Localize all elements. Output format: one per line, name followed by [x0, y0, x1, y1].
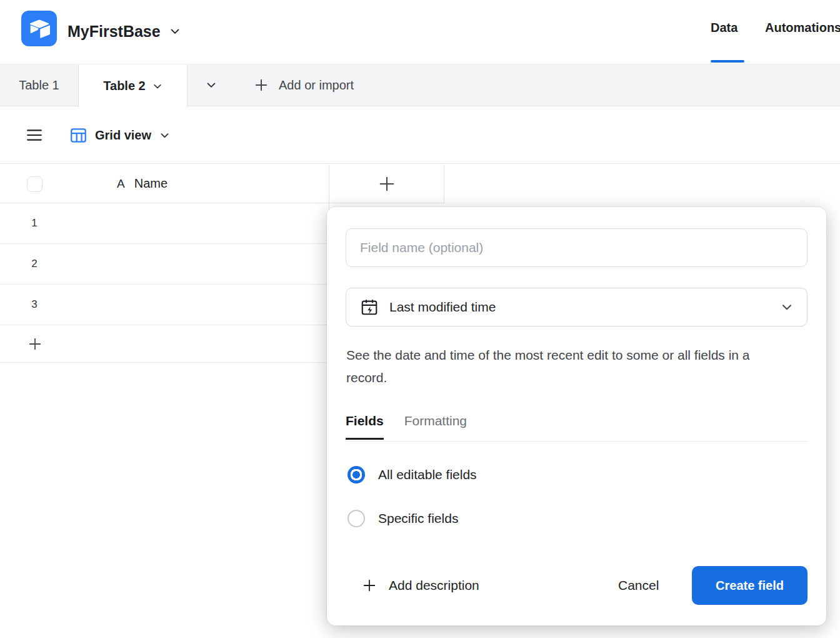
base-name-button[interactable]: MyFirstBase	[68, 19, 181, 44]
plus-icon	[28, 337, 42, 352]
grid-view-icon	[70, 127, 87, 144]
row-number: 1	[26, 217, 42, 230]
name-column-header-content: A Name	[117, 165, 168, 203]
add-or-import-button[interactable]: Add or import	[254, 64, 354, 106]
table-tab-1[interactable]: Table 1	[0, 64, 78, 106]
view-toolbar: Grid view	[0, 106, 840, 164]
cancel-button[interactable]: Cancel	[618, 575, 659, 596]
add-row-button[interactable]	[0, 325, 329, 363]
field-type-value: Last modified time	[389, 300, 496, 315]
add-field-button[interactable]	[329, 165, 444, 203]
base-name: MyFirstBase	[68, 23, 161, 41]
nav-tab-data[interactable]: Data	[711, 21, 738, 35]
grid-rows: 1 2 3	[0, 203, 329, 363]
chevron-down-icon	[159, 130, 170, 141]
option-label: All editable fields	[378, 467, 477, 482]
table-row-1[interactable]: 1	[0, 203, 329, 244]
tabs-divider	[346, 441, 808, 442]
field-type-description: See the date and time of the most recent…	[346, 344, 765, 389]
modal-tabs: Fields Formatting	[346, 413, 467, 440]
create-field-modal: Last modified time See the date and time…	[327, 207, 826, 625]
table-row-3[interactable]: 3	[0, 285, 329, 325]
plus-icon	[254, 78, 269, 93]
table-tabbar: Table 1 Table 2 Add or import	[0, 64, 840, 106]
single-line-text-icon: A	[117, 177, 125, 191]
add-or-import-label: Add or import	[279, 78, 354, 93]
table-tab-2-label: Table 2	[103, 79, 145, 93]
radio-unselected-icon[interactable]	[348, 510, 365, 527]
field-name-input[interactable]	[346, 228, 808, 267]
row-number: 2	[26, 258, 42, 270]
nav-tab-automations[interactable]: Automations	[765, 21, 840, 35]
column-header-name[interactable]: A Name	[0, 165, 329, 203]
chevron-down-icon	[169, 26, 181, 37]
chevron-down-icon	[781, 301, 793, 313]
chevron-down-icon	[152, 81, 162, 91]
last-modified-time-icon	[360, 298, 379, 316]
create-field-button[interactable]: Create field	[692, 566, 808, 605]
field-type-select[interactable]: Last modified time	[346, 288, 808, 327]
table-row-2[interactable]: 2	[0, 244, 329, 285]
select-all-checkbox[interactable]	[27, 176, 42, 192]
tab-formatting[interactable]: Formatting	[404, 413, 467, 440]
airtable-logo-icon[interactable]	[21, 11, 57, 46]
grid-view-button[interactable]: Grid view	[70, 124, 170, 146]
view-name-label: Grid view	[95, 128, 151, 143]
logo-mark-icon	[29, 19, 50, 38]
add-description-label: Add description	[389, 578, 479, 593]
name-column-label: Name	[134, 176, 168, 191]
radio-selected-icon[interactable]	[348, 466, 365, 484]
hamburger-icon	[26, 128, 42, 143]
grid-header-row: A Name	[0, 165, 444, 203]
row-number: 3	[26, 298, 42, 311]
nav-tab-data-active-indicator	[711, 60, 744, 63]
views-sidebar-toggle-button[interactable]	[26, 128, 42, 143]
plus-icon	[378, 175, 396, 193]
option-label: Specific fields	[378, 511, 458, 526]
table-list-chevron-button[interactable]	[198, 64, 225, 106]
app-header: MyFirstBase Data Automations	[0, 0, 840, 64]
add-description-button[interactable]: Add description	[362, 575, 479, 596]
chevron-down-icon	[206, 79, 217, 91]
table-tab-2[interactable]: Table 2	[78, 64, 188, 108]
app-root: MyFirstBase Data Automations Table 1 Tab…	[0, 0, 840, 638]
option-all-editable-fields[interactable]: All editable fields	[348, 466, 477, 484]
plus-icon	[362, 578, 377, 593]
tab-fields[interactable]: Fields	[346, 413, 384, 440]
option-specific-fields[interactable]: Specific fields	[348, 510, 458, 527]
